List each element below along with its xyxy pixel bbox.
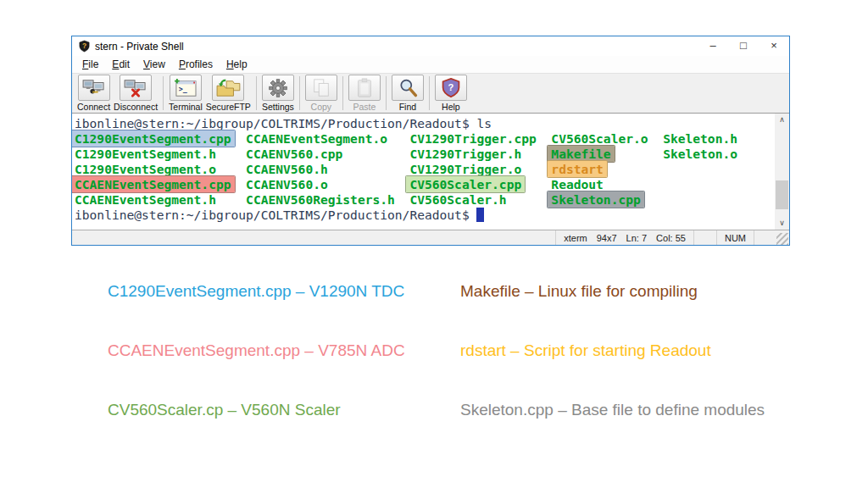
text-gap bbox=[507, 192, 552, 207]
help-icon: ? bbox=[435, 75, 467, 101]
window-title: stern - Private Shell bbox=[95, 41, 184, 53]
terminal-line: C1290EventSegment.o CCAENV560.h CV1290Tr… bbox=[75, 162, 775, 177]
close-button[interactable]: × bbox=[759, 36, 789, 56]
svg-text:>_: >_ bbox=[179, 84, 187, 92]
menu-file[interactable]: File bbox=[75, 58, 105, 70]
toolbar-button-label: Help bbox=[442, 102, 460, 112]
find-button[interactable]: Find bbox=[392, 75, 424, 112]
toolbar-button-label: Find bbox=[399, 102, 416, 112]
scroll-up-icon[interactable]: ∧ bbox=[775, 114, 789, 126]
text-gap bbox=[216, 147, 246, 161]
terminal-icon: >_ bbox=[170, 75, 202, 101]
terminal-cursor bbox=[476, 208, 484, 222]
file-name: CCAENV560.o bbox=[246, 177, 328, 191]
status-bar: xterm 94x7 Ln: 7 Col: 55 NUM bbox=[72, 230, 789, 245]
toolbar-separator bbox=[342, 76, 343, 110]
copy-button[interactable]: Copy bbox=[305, 75, 337, 112]
settings-button[interactable]: Settings bbox=[262, 75, 294, 112]
prompt-text: ibonline@stern:~/ibgroup/COLTRIMS/Produc… bbox=[75, 208, 476, 222]
toolbar-separator bbox=[163, 76, 164, 110]
terminal-output[interactable]: ibonline@stern:~/ibgroup/COLTRIMS/Produc… bbox=[72, 114, 775, 230]
file-name: CCAENV560.cpp bbox=[246, 147, 342, 161]
terminal-area: ibonline@stern:~/ibgroup/COLTRIMS/Produc… bbox=[72, 114, 789, 230]
scroll-down-icon[interactable]: ∨ bbox=[775, 217, 789, 230]
file-name: CV560Scaler.h bbox=[409, 192, 506, 207]
text-gap bbox=[231, 177, 247, 191]
scrollbar[interactable]: ∧ ∨ bbox=[775, 114, 789, 230]
disconnect-button[interactable]: Disconnect bbox=[114, 75, 158, 112]
svg-text:?: ? bbox=[82, 42, 86, 50]
connect-button[interactable]: Connect bbox=[77, 75, 110, 112]
window-controls: – □ × bbox=[698, 36, 789, 56]
toolbar-separator bbox=[429, 76, 430, 110]
file-name: Readout bbox=[551, 177, 604, 191]
terminal-line: C1290EventSegment.cpp CCAENEventSegment.… bbox=[75, 131, 775, 147]
scrollbar-track[interactable] bbox=[775, 126, 789, 217]
file-name: CV1290Trigger.cpp bbox=[409, 131, 536, 146]
text-gap bbox=[231, 131, 247, 146]
toolbar-separator bbox=[386, 76, 387, 110]
help-button[interactable]: ?Help bbox=[435, 75, 467, 112]
find-icon bbox=[392, 75, 424, 101]
menu-bar: FileEditViewProfilesHelp bbox=[72, 56, 789, 73]
terminal-line: CCAENEventSegment.h CCAENV560Registers.h… bbox=[75, 192, 775, 208]
file-name: CV560Scaler.o bbox=[551, 131, 648, 146]
terminal-line: ibonline@stern:~/ibgroup/COLTRIMS/Produc… bbox=[75, 116, 775, 131]
annotation-6: Skeleton.cpp – Base file to define modul… bbox=[460, 401, 765, 419]
copy-icon bbox=[305, 75, 337, 101]
terminal-line: C1290EventSegment.h CCAENV560.cpp CV1290… bbox=[75, 147, 775, 162]
toolbar-button-label: Connect bbox=[77, 102, 110, 112]
highlighted-file-name: CV560Scaler.cpp bbox=[406, 176, 525, 192]
file-name: C1290EventSegment.h bbox=[75, 147, 216, 161]
file-name: Skeleton.h bbox=[663, 131, 737, 146]
resize-grip-icon[interactable] bbox=[776, 233, 788, 245]
paste-button[interactable]: Paste bbox=[348, 75, 381, 112]
menu-help[interactable]: Help bbox=[220, 58, 254, 70]
secureftp-button[interactable]: SecureFTP bbox=[206, 75, 251, 112]
file-name: CV1290Trigger.h bbox=[409, 147, 521, 161]
text-gap bbox=[611, 147, 664, 161]
file-name: CCAENV560Registers.h bbox=[246, 192, 395, 207]
menu-edit[interactable]: Edit bbox=[105, 58, 136, 70]
annotation-1: C1290EventSegment.cpp – V1290N TDC bbox=[108, 282, 404, 301]
file-name: CCAENEventSegment.o bbox=[246, 131, 387, 146]
terminal-line: CCAENEventSegment.cpp CCAENV560.o CV560S… bbox=[75, 177, 775, 192]
scrollbar-thumb[interactable] bbox=[776, 180, 788, 209]
connect-icon bbox=[78, 75, 110, 101]
menu-profiles[interactable]: Profiles bbox=[172, 58, 220, 70]
file-name: CCAENEventSegment.h bbox=[75, 192, 216, 207]
statusbar-spacer bbox=[72, 230, 555, 245]
settings-icon bbox=[262, 75, 294, 101]
terminal-size: 94x7 bbox=[597, 233, 617, 243]
terminal-button[interactable]: >_Terminal bbox=[169, 75, 203, 112]
highlighted-file-name: rdstart bbox=[548, 161, 607, 177]
statusbar-spacer bbox=[754, 230, 776, 245]
text-gap bbox=[328, 162, 410, 176]
annotation-5: CV560Scaler.cp – V560N Scaler bbox=[108, 401, 341, 419]
maximize-button[interactable]: □ bbox=[728, 36, 759, 56]
toolbar-button-label: Settings bbox=[262, 102, 294, 112]
terminal-type: xterm bbox=[564, 233, 587, 243]
file-name: CV1290Trigger.o bbox=[409, 162, 521, 176]
app-icon: ? bbox=[78, 40, 91, 53]
minimize-button[interactable]: – bbox=[698, 36, 728, 56]
title-bar[interactable]: ? stern - Private Shell – □ × bbox=[72, 36, 789, 56]
text-gap bbox=[537, 131, 552, 146]
paste-icon bbox=[348, 75, 381, 101]
text-gap bbox=[648, 131, 664, 146]
statusbar-spacer bbox=[693, 230, 716, 245]
toolbar-button-label: Copy bbox=[311, 102, 332, 112]
terminal-info-cell: xterm 94x7 Ln: 7 Col: 55 bbox=[555, 230, 693, 245]
toolbar-separator bbox=[299, 76, 300, 110]
toolbar-button-label: Paste bbox=[353, 102, 376, 112]
disconnect-icon bbox=[120, 75, 152, 101]
highlighted-file-name: Skeleton.cpp bbox=[548, 191, 643, 208]
text-gap bbox=[521, 177, 551, 191]
svg-text:?: ? bbox=[448, 82, 453, 92]
toolbar: ConnectDisconnect>_TerminalSecureFTPSett… bbox=[72, 73, 789, 114]
text-gap bbox=[387, 131, 409, 146]
file-name: CCAENV560.h bbox=[246, 162, 328, 176]
annotation-4: rdstart – Script for starting Readout bbox=[460, 341, 711, 360]
menu-view[interactable]: View bbox=[136, 58, 172, 70]
text-gap bbox=[216, 162, 246, 176]
